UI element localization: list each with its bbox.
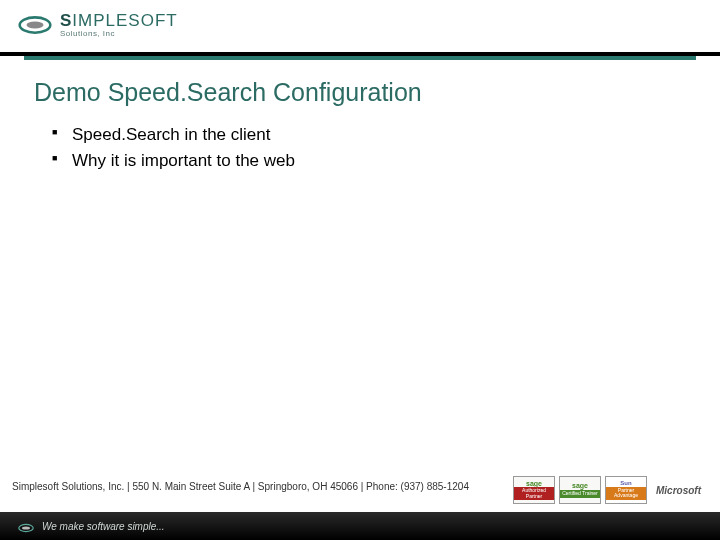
brand-name-rest: IMPLESOFT [72,11,177,30]
microsoft-badge: Microsoft [651,476,706,504]
brand-name-prefix: S [60,11,72,30]
sage-certified-badge: sage Certified Trainer [559,476,601,504]
list-item: Why it is important to the web [52,151,690,171]
brand-text: SIMPLESOFT Solutions, Inc [60,12,178,38]
simplesoft-logo-icon [18,12,52,38]
sage-authorized-badge: sage Authorized Partner [513,476,555,504]
simplesoft-logo-icon [18,520,34,532]
svg-point-3 [22,526,30,529]
bottom-bar: We make software simple... [0,512,720,540]
header-divider [0,52,720,62]
list-item: Speed.Search in the client [52,125,690,145]
sun-partner-badge: Sun Partner Advantage [605,476,647,504]
footer-contact: Simplesoft Solutions, Inc. | 550 N. Main… [12,481,469,492]
slide-content: Demo Speed.Search Configuration Speed.Se… [34,78,690,177]
brand-name: SIMPLESOFT [60,12,178,29]
header: SIMPLESOFT Solutions, Inc [0,0,720,50]
partner-badges: sage Authorized Partner sage Certified T… [513,476,706,504]
slide-title: Demo Speed.Search Configuration [34,78,690,107]
tagline: We make software simple... [42,521,165,532]
svg-point-1 [27,22,44,29]
bullet-list: Speed.Search in the client Why it is imp… [34,125,690,171]
brand-subtitle: Solutions, Inc [60,30,178,38]
